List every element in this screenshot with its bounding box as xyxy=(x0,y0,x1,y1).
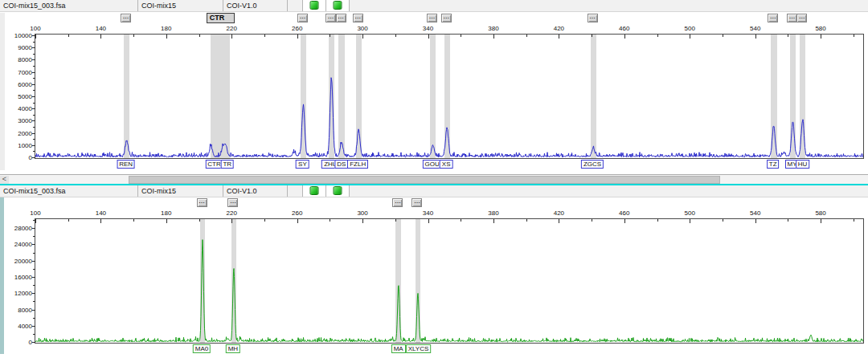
sample-header-top: COI-mix15_003.fsa COI-mix15 COI-V1.0 xyxy=(0,0,868,12)
y-axis-tick-label: 6000 xyxy=(3,81,32,88)
marker-edit-button[interactable]: ... xyxy=(411,198,422,207)
y-axis-tick-label: 16000 xyxy=(3,274,32,281)
x-axis-tick-label: 140 xyxy=(96,25,106,32)
marker-edit-button[interactable]: ... xyxy=(121,14,131,22)
x-axis-tick-label: 180 xyxy=(161,209,171,217)
header-spacer-cell xyxy=(288,0,303,11)
y-axis-tick-label: 12000 xyxy=(3,290,32,297)
x-axis-tick-label: 340 xyxy=(423,209,433,217)
y-axis-tick-label: 8000 xyxy=(3,307,32,314)
x-axis-tick-label: 500 xyxy=(685,25,695,32)
electropherogram-green: 1001401802202603003403804204605005405800… xyxy=(35,218,862,356)
allele-label[interactable]: HU xyxy=(796,160,810,169)
y-axis-tick-label: 2000 xyxy=(3,130,32,137)
y-axis-tick-label: 20000 xyxy=(3,258,32,265)
allele-label[interactable]: XLYCS xyxy=(406,344,432,353)
y-axis-tick-label: 0 xyxy=(3,154,32,161)
y-axis-tick-label: 1000 xyxy=(3,142,32,149)
x-axis-tick-label: 580 xyxy=(815,209,825,217)
y-axis-tick-label: 28000 xyxy=(3,225,32,232)
panel-version: COI-V1.0 xyxy=(223,185,288,197)
y-axis-tick-label: 4000 xyxy=(3,323,32,330)
allele-label[interactable]: REN xyxy=(117,160,135,169)
allele-label[interactable]: ZGCS xyxy=(581,160,604,169)
x-axis-tick-label: 380 xyxy=(488,209,498,217)
status-cell[interactable] xyxy=(303,0,326,11)
allele-label[interactable]: FZLH xyxy=(347,160,368,169)
y-axis-tick-label: 7000 xyxy=(3,69,32,76)
x-axis-tick-label: 340 xyxy=(423,25,433,32)
marker-edit-button[interactable]: ... xyxy=(787,14,797,22)
marker-edit-button[interactable]: ... xyxy=(297,14,308,22)
y-axis-tick-label: 9000 xyxy=(3,44,32,51)
trace-line xyxy=(35,240,863,342)
status-cell[interactable] xyxy=(326,185,350,197)
x-axis-tick-label: 180 xyxy=(161,25,171,32)
y-axis-tick-label: 24000 xyxy=(3,241,32,248)
y-axis-tick-label: 8000 xyxy=(3,56,32,63)
marker-edit-button[interactable]: ... xyxy=(197,198,207,207)
range-marker-box[interactable]: CTR xyxy=(207,13,235,23)
sample-header-bottom: COI-mix15_003.fsa COI-mix15 COI-V1.0 xyxy=(0,185,868,197)
scroll-left-button[interactable]: < xyxy=(0,176,9,184)
x-axis-tick-label: 420 xyxy=(554,209,564,217)
marker-edit-button[interactable]: ... xyxy=(796,14,807,22)
y-axis-tick-label: 0 xyxy=(3,339,32,346)
allele-label[interactable]: MA0 xyxy=(193,344,211,353)
marker-edit-button[interactable]: ... xyxy=(353,14,363,22)
marker-edit-button[interactable]: ... xyxy=(392,198,403,207)
y-axis-tick-label: 10000 xyxy=(3,32,32,39)
horizontal-scrollbar[interactable]: < xyxy=(0,174,868,184)
x-axis-tick-label: 220 xyxy=(227,209,237,217)
scrollbar-thumb[interactable] xyxy=(129,176,720,184)
x-axis-tick-label: 260 xyxy=(292,209,302,217)
x-axis-tick-label: 580 xyxy=(815,25,825,32)
electropherogram-blue: 1001401802202603003403804204605005405800… xyxy=(35,34,862,172)
analysis-ok-icon[interactable] xyxy=(310,1,319,10)
analysis-ok-icon[interactable] xyxy=(334,1,342,10)
x-axis-tick-label: 140 xyxy=(96,209,106,217)
fragment-analysis-window: COI-mix15_003.fsa COI-mix15 COI-V1.0 ...… xyxy=(0,0,868,362)
sample-name: COI-mix15 xyxy=(138,185,223,197)
allele-label[interactable]: XS xyxy=(440,160,453,169)
y-axis-tick-label: 5000 xyxy=(3,93,32,100)
marker-edit-button[interactable]: ... xyxy=(326,14,336,22)
sample-name: COI-mix15 xyxy=(138,0,223,11)
allele-label[interactable]: TZ xyxy=(767,160,780,169)
x-axis-tick-label: 300 xyxy=(357,25,367,32)
status-cell[interactable] xyxy=(326,0,350,11)
sample-file-name: COI-mix15_003.fsa xyxy=(0,0,138,11)
marker-edit-button[interactable]: ... xyxy=(768,14,778,22)
allele-label[interactable]: MH xyxy=(226,344,240,353)
panel-version: COI-V1.0 xyxy=(223,0,288,11)
status-cell[interactable] xyxy=(303,185,326,197)
x-axis-tick-label: 540 xyxy=(750,25,760,32)
allele-label[interactable]: MA xyxy=(391,344,406,353)
header-spacer-cell xyxy=(288,185,303,197)
y-axis-tick-label: 4000 xyxy=(3,105,32,112)
analysis-ok-icon[interactable] xyxy=(334,186,342,195)
marker-edit-button[interactable]: ... xyxy=(336,14,346,22)
x-axis-tick-label: 420 xyxy=(554,25,564,32)
trace-blue xyxy=(35,35,863,158)
marker-edit-button[interactable]: ... xyxy=(588,14,598,22)
marker-edit-button[interactable]: ... xyxy=(441,14,452,22)
x-axis-tick-label: 220 xyxy=(227,25,237,32)
marker-edit-button[interactable]: ... xyxy=(427,14,437,22)
allele-label[interactable]: DS xyxy=(334,160,348,169)
allele-label[interactable]: TR xyxy=(220,160,234,169)
y-axis-tick-label: 3000 xyxy=(3,117,32,124)
analysis-ok-icon[interactable] xyxy=(310,186,319,195)
allele-label[interactable]: SY xyxy=(296,160,309,169)
x-axis-tick-label: 300 xyxy=(357,209,367,217)
plot-area-blue[interactable]: 1001401802202603003403804204605005405800… xyxy=(35,34,864,159)
x-axis-tick-label: 260 xyxy=(292,25,302,32)
trace-green xyxy=(35,219,863,343)
x-axis-tick-label: 540 xyxy=(750,209,760,217)
x-axis-tick-label: 460 xyxy=(619,25,629,32)
trace-line xyxy=(35,78,863,157)
marker-edit-button[interactable]: ... xyxy=(227,198,238,207)
x-axis-tick-label: 380 xyxy=(488,25,498,32)
plot-area-green[interactable]: 1001401802202603003403804204605005405800… xyxy=(35,218,864,344)
sample-file-name: COI-mix15_003.fsa xyxy=(0,185,138,197)
